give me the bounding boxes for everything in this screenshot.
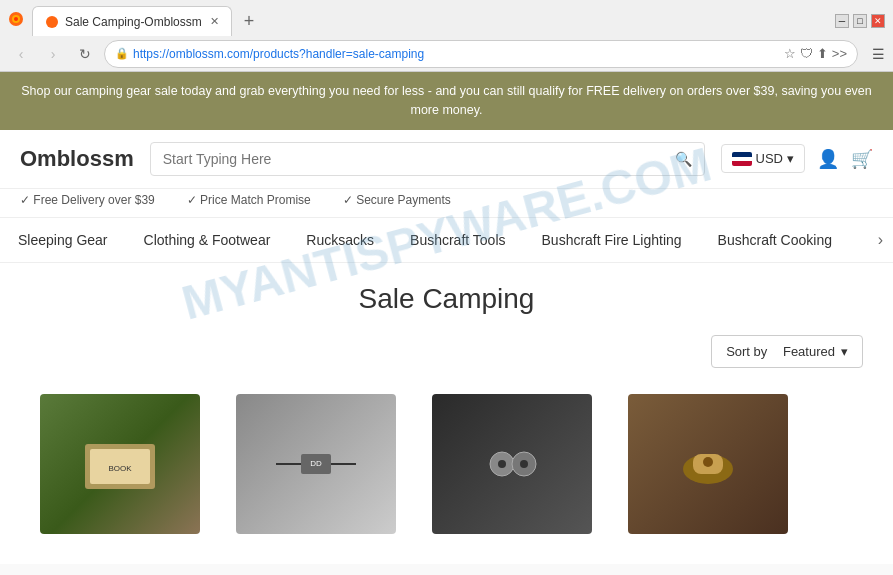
product-thumb-3: [472, 434, 552, 494]
tab-close-button[interactable]: ✕: [210, 15, 219, 28]
page-title: Sale Camping: [30, 283, 863, 315]
svg-point-12: [498, 460, 506, 468]
menu-icon[interactable]: ☰: [872, 46, 885, 62]
products-area: BOOK DD: [30, 384, 863, 544]
product-thumb-1: BOOK: [80, 434, 160, 494]
badge-free-delivery: ✓ Free Delivery over $39: [20, 193, 155, 207]
nav-items: Sleeping Gear Clothing & Footwear Rucksa…: [0, 218, 868, 262]
nav-item-rucksacks[interactable]: Rucksacks: [288, 218, 392, 262]
nav-item-clothing-footwear[interactable]: Clothing & Footwear: [126, 218, 289, 262]
tab-favicon: [45, 15, 59, 29]
main-content: Sale Camping Sort by Featured ▾ BOOK: [0, 263, 893, 564]
nav-item-sleeping-gear[interactable]: Sleeping Gear: [0, 218, 126, 262]
sort-bar: Sort by Featured ▾: [30, 335, 863, 368]
svg-text:BOOK: BOOK: [108, 464, 132, 473]
url-display: https://omblossm.com/products?handler=sa…: [133, 47, 424, 61]
promo-banner: Shop our camping gear sale today and gra…: [0, 72, 893, 130]
currency-chevron-icon: ▾: [787, 151, 794, 166]
title-bar: Sale Camping-Omblossm ✕ + ─ □ ✕: [0, 0, 893, 36]
shield-icon[interactable]: 🛡: [800, 46, 813, 61]
search-icon[interactable]: 🔍: [675, 151, 692, 167]
svg-point-2: [14, 17, 18, 21]
share-icon[interactable]: ⬆: [817, 46, 828, 61]
new-tab-button[interactable]: +: [238, 9, 261, 34]
nav-item-bushcraft-cooking[interactable]: Bushcraft Cooking: [700, 218, 850, 262]
back-button[interactable]: ‹: [8, 41, 34, 67]
site-logo: Omblossm: [20, 146, 134, 172]
maximize-button[interactable]: □: [853, 14, 867, 28]
nav-item-bushcraft-tools[interactable]: Bushcraft Tools: [392, 218, 523, 262]
search-bar[interactable]: 🔍: [150, 142, 705, 176]
badge-secure-payments: ✓ Secure Payments: [343, 193, 451, 207]
sort-chevron-icon: ▾: [841, 344, 848, 359]
tab-title: Sale Camping-Omblossm: [65, 15, 202, 29]
browser-tab[interactable]: Sale Camping-Omblossm ✕: [32, 6, 232, 36]
url-path: /products?handler=sale-camping: [250, 47, 424, 61]
svg-point-13: [520, 460, 528, 468]
firefox-logo: [8, 11, 24, 31]
product-card-2[interactable]: DD: [226, 384, 406, 544]
extensions-icon[interactable]: >>: [832, 46, 847, 61]
promo-text: Shop our camping gear sale today and gra…: [21, 84, 871, 117]
browser-right-icons: ☰: [872, 46, 885, 62]
feature-badges: ✓ Free Delivery over $39 ✓ Price Match P…: [0, 189, 893, 217]
sort-value: Featured: [783, 344, 835, 359]
badge-price-match: ✓ Price Match Promise: [187, 193, 311, 207]
header-right: USD ▾ 👤 🛒: [721, 144, 873, 173]
product-card-3[interactable]: [422, 384, 602, 544]
close-button[interactable]: ✕: [871, 14, 885, 28]
product-thumb-2: DD: [266, 439, 366, 489]
nav-next-arrow[interactable]: ›: [868, 219, 893, 261]
url-prefix: https://: [133, 47, 169, 61]
address-bar[interactable]: 🔒 https://omblossm.com/products?handler=…: [104, 40, 858, 68]
browser-window: Sale Camping-Omblossm ✕ + ─ □ ✕ ‹ › ↻ 🔒 …: [0, 0, 893, 72]
site-nav: Sleeping Gear Clothing & Footwear Rucksa…: [0, 217, 893, 263]
forward-button[interactable]: ›: [40, 41, 66, 67]
svg-point-16: [703, 457, 713, 467]
us-flag-icon: [732, 152, 752, 166]
address-bar-icons: ☆ 🛡 ⬆ >>: [784, 46, 847, 61]
window-controls: ─ □ ✕: [835, 14, 885, 28]
bookmark-icon[interactable]: ☆: [784, 46, 796, 61]
url-domain: omblossm.com: [169, 47, 250, 61]
product-card-1[interactable]: BOOK: [30, 384, 210, 544]
nav-item-camping-essentials[interactable]: Camping Gear Essen...: [850, 218, 868, 262]
sort-label: Sort by: [726, 344, 767, 359]
svg-point-3: [46, 16, 58, 28]
svg-text:DD: DD: [310, 459, 322, 468]
minimize-button[interactable]: ─: [835, 14, 849, 28]
currency-selector[interactable]: USD ▾: [721, 144, 805, 173]
sort-select[interactable]: Sort by Featured ▾: [711, 335, 863, 368]
search-input[interactable]: [163, 151, 675, 167]
account-icon[interactable]: 👤: [817, 148, 839, 170]
product-thumb-4: [668, 434, 748, 494]
cart-icon[interactable]: 🛒: [851, 148, 873, 170]
browser-controls: ‹ › ↻ 🔒 https://omblossm.com/products?ha…: [0, 36, 893, 72]
nav-item-bushcraft-fire[interactable]: Bushcraft Fire Lighting: [524, 218, 700, 262]
reload-button[interactable]: ↻: [72, 41, 98, 67]
site-header: Omblossm 🔍 USD ▾ 👤 🛒: [0, 130, 893, 189]
currency-label: USD: [756, 151, 783, 166]
product-card-4[interactable]: [618, 384, 798, 544]
lock-icon: 🔒: [115, 47, 129, 60]
